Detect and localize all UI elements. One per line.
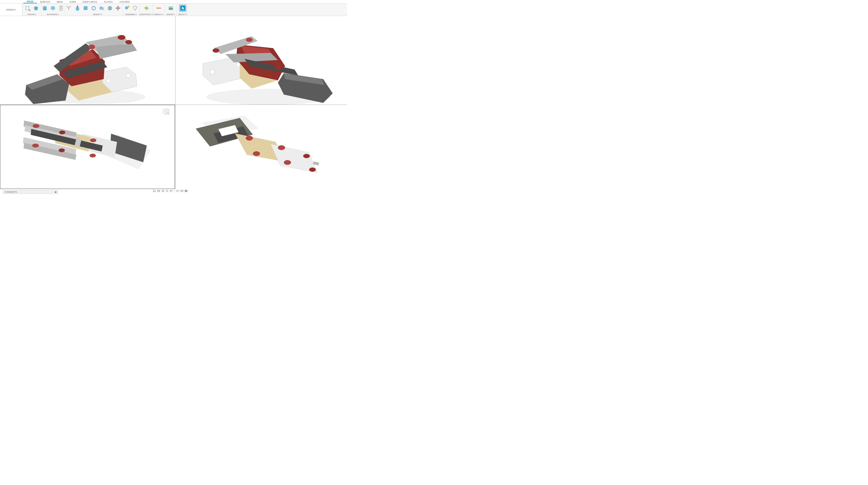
svg-point-58 <box>170 190 172 191</box>
group-insert: INSERT▾ <box>165 4 177 16</box>
svg-point-28 <box>126 73 130 78</box>
workspace-tabs: SOLID SURFACE MESH FORM SHEET METAL PLAS… <box>0 0 347 4</box>
tab-surface[interactable]: SURFACE <box>37 0 54 3</box>
orbit-icon[interactable] <box>153 189 156 192</box>
caret-down-icon: ▾ <box>15 9 16 11</box>
svg-point-49 <box>284 160 291 165</box>
tab-solid[interactable]: SOLID <box>23 0 37 3</box>
split-icon[interactable] <box>106 4 114 12</box>
assemble-label[interactable]: ASSEMBLE▾ <box>125 13 137 15</box>
joint-icon[interactable] <box>123 4 131 12</box>
svg-point-44 <box>90 154 96 158</box>
model-bottom-1 <box>17 115 155 176</box>
group-create: CREATE▾ <box>22 4 41 16</box>
cylinder-icon[interactable] <box>41 4 49 12</box>
group-automate: AUTOMATE▾ <box>41 4 64 16</box>
fit-icon[interactable]: ▾ <box>170 189 173 192</box>
svg-point-50 <box>303 154 310 158</box>
svg-point-46 <box>246 136 253 140</box>
svg-point-1 <box>29 10 30 11</box>
ribbon-toolbar: DESIGN ▾ CREATE▾ AUTOMATE▾ <box>0 4 347 16</box>
box-icon[interactable] <box>32 4 39 12</box>
viewport-bottom-right[interactable] <box>176 105 347 189</box>
zoom-icon[interactable] <box>165 189 169 192</box>
svg-point-51 <box>309 167 316 172</box>
viewport-bottom-left[interactable]: FRONT <box>0 105 175 189</box>
comments-panel-header[interactable]: COMMENTS <box>3 190 58 194</box>
insert-label[interactable]: INSERT▾ <box>166 13 175 15</box>
svg-point-37 <box>275 65 281 70</box>
display-icon[interactable]: ▾ <box>176 189 180 192</box>
svg-point-48 <box>278 145 285 150</box>
tab-sheet-metal[interactable]: SHEET METAL <box>80 0 101 3</box>
shell-icon[interactable] <box>90 4 97 12</box>
svg-line-57 <box>167 191 168 192</box>
inspect-label[interactable]: INSPECT▾ <box>154 13 163 15</box>
sketch-icon[interactable] <box>24 4 31 12</box>
insert-icon[interactable] <box>167 4 175 12</box>
svg-point-40 <box>32 143 39 148</box>
group-modify: MODIFY▾ <box>73 4 123 16</box>
viewports-icon[interactable]: ▾ <box>185 189 188 192</box>
svg-line-59 <box>171 191 172 192</box>
viewcube[interactable]: FRONT <box>162 107 170 116</box>
svg-rect-15 <box>107 8 112 8</box>
svg-point-4 <box>43 9 47 10</box>
as-built-icon[interactable] <box>131 4 139 12</box>
svg-rect-0 <box>26 6 29 10</box>
sphere-icon[interactable] <box>49 4 57 12</box>
group-inspect: INSPECT▾ <box>153 4 165 16</box>
group-assemble: ASSEMBLE▾ <box>123 4 140 16</box>
create-label[interactable]: CREATE▾ <box>27 13 36 15</box>
svg-point-36 <box>246 38 253 42</box>
svg-point-41 <box>59 131 65 134</box>
press-pull-icon[interactable] <box>74 4 81 12</box>
svg-rect-68 <box>186 190 187 191</box>
viewport-top-left[interactable] <box>0 16 175 104</box>
svg-point-23 <box>172 7 173 8</box>
pan-icon[interactable] <box>161 189 164 192</box>
tab-mesh[interactable]: MESH <box>53 0 66 3</box>
model-iso-2 <box>190 26 338 106</box>
automate-label[interactable]: AUTOMATE▾ <box>47 13 59 15</box>
model-bottom-2 <box>185 112 328 184</box>
modify-label[interactable]: MODIFY▾ <box>93 13 102 15</box>
viewport-grid: FRONT <box>0 16 347 194</box>
look-icon[interactable] <box>157 189 160 192</box>
svg-rect-7 <box>60 6 62 10</box>
select-label[interactable]: SELECT▾ <box>178 13 187 15</box>
tab-utilities[interactable]: UTILITIES <box>116 0 133 3</box>
automate-icon[interactable] <box>65 4 72 12</box>
construct-label[interactable]: CONSTRUCT▾ <box>139 13 153 15</box>
svg-point-33 <box>210 70 215 74</box>
svg-point-39 <box>33 124 39 128</box>
svg-point-35 <box>213 48 219 53</box>
move-icon[interactable] <box>115 4 122 12</box>
viewport-top-right[interactable] <box>176 16 347 104</box>
grid-icon[interactable]: ▾ <box>180 189 184 192</box>
svg-point-31 <box>88 44 95 49</box>
navigation-toolbar: ▾ ▾ ▾ ▾ <box>152 189 188 193</box>
fillet-icon[interactable] <box>82 4 89 12</box>
svg-rect-69 <box>185 191 186 192</box>
select-icon[interactable] <box>179 4 186 12</box>
svg-rect-61 <box>176 190 178 191</box>
svg-point-5 <box>51 6 55 10</box>
svg-point-47 <box>253 151 260 156</box>
svg-rect-54 <box>157 190 159 192</box>
tab-form[interactable]: FORM <box>66 0 80 3</box>
coil-icon[interactable] <box>57 4 65 12</box>
comments-options-icon[interactable] <box>55 191 57 193</box>
tab-plastic[interactable]: PLASTIC <box>100 0 116 3</box>
plane-icon[interactable] <box>143 4 150 12</box>
svg-point-30 <box>125 40 132 44</box>
svg-point-27 <box>106 78 111 83</box>
measure-icon[interactable] <box>155 4 162 12</box>
design-workspace-dropdown[interactable]: DESIGN ▾ <box>0 4 22 16</box>
group-construct: CONSTRUCT▾ <box>140 4 153 16</box>
svg-point-53 <box>153 190 155 192</box>
svg-point-43 <box>90 138 96 142</box>
group-select: SELECT▾ <box>177 4 189 16</box>
combine-icon[interactable] <box>98 4 105 12</box>
svg-rect-67 <box>185 190 186 191</box>
